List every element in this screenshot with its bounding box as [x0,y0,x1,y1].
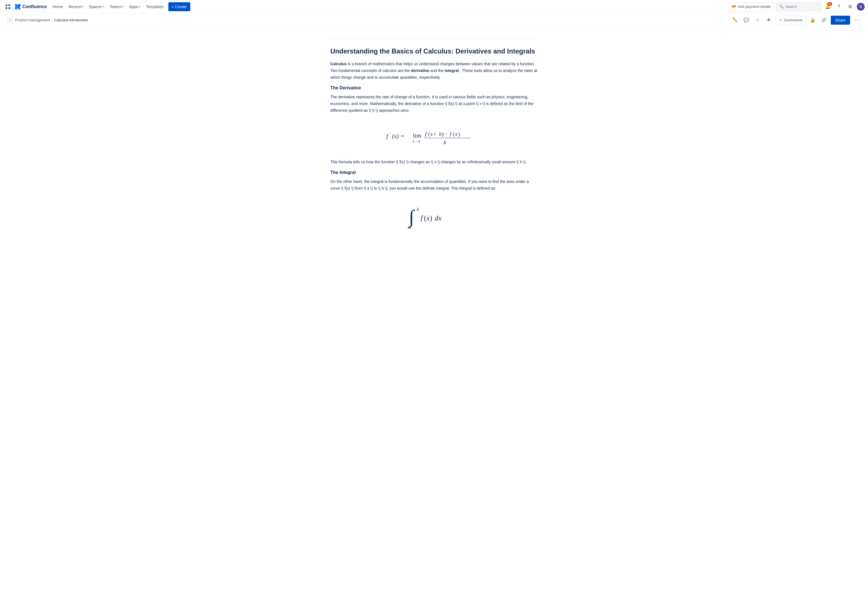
summarise-button[interactable]: ✦ Summarise [775,16,806,25]
nav-teams[interactable]: Teams ▾ [108,0,126,14]
ai-sparkle-icon: ✦ [779,18,782,22]
svg-text:h: h [413,139,414,143]
derivative-paragraph-1: The derivative represents the rate of ch… [330,94,538,114]
svg-rect-1 [8,5,10,6]
page-content: Understanding the Basics of Calculus: De… [313,27,555,265]
integral-formula: ∫ b a f ( x ) dx [330,199,538,235]
svg-text:(: ( [453,131,454,137]
nav-templates[interactable]: Templates [144,0,166,14]
link-icon: 🔗 [821,17,827,23]
breadcrumb-separator: / [51,18,53,22]
eye-icon: 👁 [767,18,771,23]
derivative-formula: f ′ (x) = lim h →0 f ( x + h ) − f ( x )… [330,121,538,152]
svg-text:): ) [430,214,432,222]
svg-text:→0: →0 [415,139,420,143]
page-title: Understanding the Basics of Calculus: De… [330,47,538,55]
svg-text:x: x [426,214,430,222]
derivative-heading: The Derivative [330,85,538,90]
notifications-button[interactable]: 🔔 9+ [823,2,832,11]
settings-button[interactable]: ⚙ [846,2,854,11]
recent-chevron-icon: ▾ [82,5,83,8]
svg-text:): ) [442,131,443,137]
confluence-logo[interactable]: Confluence [15,4,47,10]
comment-icon: 💬 [744,17,749,23]
breadcrumb-parent-link[interactable]: Product management [15,18,50,22]
help-button[interactable]: ? [834,2,843,11]
svg-text:h: h [439,131,442,137]
integral-paragraph-1: On the other hand, the integral is funda… [330,178,538,192]
apps-chevron-icon: ▾ [139,5,140,8]
breadcrumb: › Product management / Calculus introduc… [7,17,88,23]
add-payment-button[interactable]: 💳 Add payment details [728,2,774,11]
derivative-paragraph-2: This formula tells us how the function \… [330,159,538,166]
svg-text:+: + [434,131,437,137]
top-navigation: Confluence Home Recent ▾ Spaces ▾ Teams … [0,0,868,14]
integral-bold: integral [445,68,459,73]
intro-text-2: and the [430,68,445,73]
star-icon: ☆ [756,17,760,23]
copy-link-button[interactable]: 🔗 [820,16,829,25]
svg-rect-0 [6,5,7,6]
svg-text:x: x [455,131,457,137]
svg-text:f: f [386,133,389,139]
nav-spaces[interactable]: Spaces ▾ [87,0,107,14]
svg-text:−: − [444,131,448,137]
notification-badge: 9+ [827,2,832,6]
svg-text:lim: lim [413,132,421,139]
svg-text:f: f [420,214,424,222]
svg-text:): ) [458,131,460,137]
calculus-bold: Calculus [330,62,347,66]
payment-icon: 💳 [732,5,736,9]
share-button[interactable]: Share [831,16,850,25]
lock-icon: 🔒 [810,17,815,23]
svg-text:′: ′ [390,133,391,137]
more-options-button[interactable]: ··· [852,16,861,25]
svg-text:(x) =: (x) = [392,133,405,139]
nav-home[interactable]: Home [50,0,65,14]
derivative-bold: derivative [411,68,429,73]
svg-rect-3 [8,7,10,9]
breadcrumb-bar: › Product management / Calculus introduc… [0,14,868,27]
teams-chevron-icon: ▾ [122,5,124,8]
svg-text:x: x [430,131,433,137]
svg-text:(: ( [424,214,426,222]
svg-rect-2 [6,7,7,9]
restrict-button[interactable]: 🔒 [808,16,817,25]
nav-right-section: 💳 Add payment details 🔍 Search 🔔 9+ ? ⚙ … [728,2,865,11]
document-actions: ✏️ 💬 ☆ 👁 ✦ Summarise 🔒 🔗 Share ··· [731,16,861,25]
nav-apps[interactable]: Apps ▾ [127,0,143,14]
comment-button[interactable]: 💬 [742,16,751,25]
svg-text:dx: dx [434,214,442,222]
ellipsis-icon: ··· [854,17,859,23]
edit-button[interactable]: ✏️ [731,16,740,25]
watch-button[interactable]: 👁 [764,16,773,25]
edit-icon: ✏️ [732,17,738,23]
breadcrumb-current: Calculus introduction [54,18,88,22]
search-box[interactable]: 🔍 Search [776,2,821,11]
spaces-chevron-icon: ▾ [103,5,104,8]
help-icon: ? [838,4,840,9]
svg-text:h: h [443,139,446,145]
settings-icon: ⚙ [848,4,852,9]
svg-text:f: f [450,131,452,137]
star-button[interactable]: ☆ [753,16,762,25]
app-grid-button[interactable] [3,2,12,11]
svg-text:b: b [417,207,419,212]
intro-paragraph: Calculus is a branch of mathematics that… [330,61,538,81]
svg-text:f: f [425,131,427,137]
breadcrumb-expand-button[interactable]: › [7,17,14,23]
create-button[interactable]: + Create [168,2,190,11]
search-icon: 🔍 [779,5,784,9]
integral-heading: The Integral [330,170,538,175]
svg-text:(: ( [428,131,430,137]
svg-text:a: a [409,224,411,229]
top-divider [330,38,538,39]
nav-recent[interactable]: Recent ▾ [66,0,85,14]
user-avatar[interactable]: U [857,3,865,11]
app-name: Confluence [22,4,47,9]
